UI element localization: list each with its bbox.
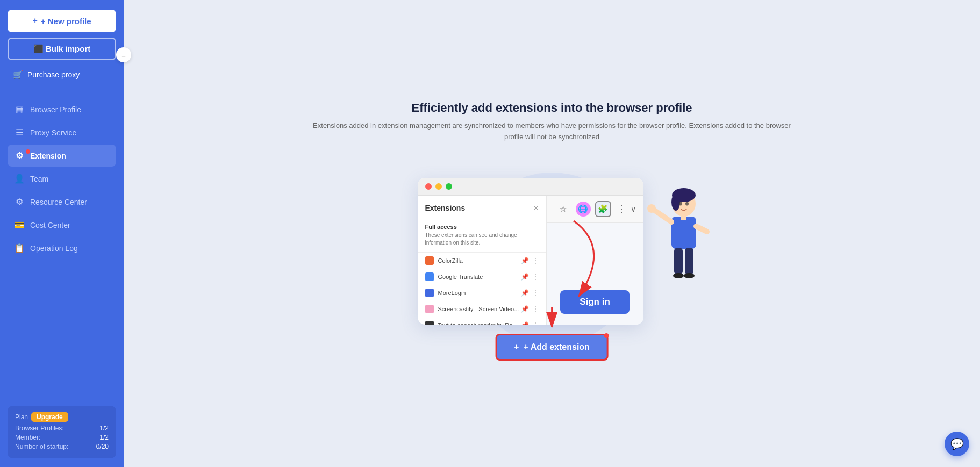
bulk-import-button[interactable]: ⬛ Bulk import <box>8 38 116 60</box>
cost-center-icon: 💳 <box>14 220 25 230</box>
sidebar-item-operation-log[interactable]: 📋 Operation Log <box>8 237 116 259</box>
pin-icon: 📌 <box>521 289 529 297</box>
member-value: 1/2 <box>99 434 109 441</box>
sidebar-item-cost-center[interactable]: 💳 Cost Center <box>8 214 116 236</box>
sidebar-item-resource-center[interactable]: ⚙ Resource Center <box>8 191 116 213</box>
colorzilla-icon <box>425 256 434 265</box>
sidebar-item-label: Operation Log <box>30 244 78 253</box>
add-extension-badge <box>604 333 609 338</box>
plus-icon: + <box>514 342 519 352</box>
plan-row: Plan Upgrade <box>15 412 109 422</box>
browser-titlebar <box>418 178 643 196</box>
pin-icon: 📌 <box>521 257 529 264</box>
startup-label: Number of startup: <box>15 443 68 450</box>
toolbar-more-icon[interactable]: ⋮ <box>617 203 626 215</box>
sidebar-item-browser-profile[interactable]: ▦ Browser Profile <box>8 98 116 120</box>
sidebar-item-extension[interactable]: ⚙ Extension <box>8 145 116 167</box>
operation-log-icon: 📋 <box>14 243 25 253</box>
dot-green <box>446 183 452 190</box>
toolbar-dropdown-icon[interactable]: ∨ <box>631 205 636 213</box>
dot-red <box>425 183 432 190</box>
add-extension-button[interactable]: + + Add extension <box>495 334 609 361</box>
sidebar-item-label: Resource Center <box>30 198 87 206</box>
team-icon: 👤 <box>14 174 25 184</box>
sidebar-item-label: Cost Center <box>30 221 70 229</box>
chat-bubble-button[interactable]: 💬 <box>945 432 969 456</box>
sidebar: + + New profile ⬛ Bulk import 🛒 Purchase… <box>0 0 124 467</box>
bulk-import-label: ⬛ Bulk import <box>33 44 91 54</box>
full-access-title: Full access <box>425 224 539 230</box>
page-subtitle: Extensions added in extension management… <box>310 120 794 143</box>
page-title: Efficiently add extensions into the brow… <box>412 101 692 115</box>
extension-icon: ⚙ <box>14 150 25 161</box>
proxy-service-icon: ☰ <box>14 127 25 138</box>
browser-mockup: Extensions × Full access These extension… <box>418 178 643 325</box>
ext-name: MoreLogin <box>438 290 521 296</box>
extensions-panel: Extensions × Full access These extension… <box>418 196 547 325</box>
startup-value: 0/20 <box>96 443 109 450</box>
ext-item-google-translate: Google Translate 📌 ⋮ <box>418 269 546 285</box>
svg-rect-8 <box>674 248 683 275</box>
sidebar-item-proxy-service[interactable]: ☰ Proxy Service <box>8 121 116 143</box>
new-profile-label: + New profile <box>41 17 91 26</box>
ext-item-screencastify: Screencastify - Screen Video... 📌 ⋮ <box>418 301 546 317</box>
svg-line-7 <box>696 226 707 232</box>
extension-badge <box>26 149 30 154</box>
cart-icon: 🛒 <box>13 70 23 80</box>
morelogin-icon <box>425 289 434 297</box>
new-profile-button[interactable]: + + New profile <box>8 10 116 32</box>
full-access-desc: These extensions can see and change info… <box>425 232 539 247</box>
ext-name: ColorZilla <box>438 257 521 264</box>
svg-point-12 <box>679 202 682 206</box>
translate-icon[interactable]: 🌐 <box>576 202 591 217</box>
svg-rect-4 <box>681 213 686 220</box>
sidebar-item-label: Browser Profile <box>30 105 81 114</box>
more-icon: ⋮ <box>532 257 539 264</box>
member-label: Member: <box>15 434 40 441</box>
more-icon: ⋮ <box>532 289 539 297</box>
tts-icon <box>425 321 434 325</box>
browser-profiles-label: Browser Profiles: <box>15 425 64 432</box>
add-extension-container: + + Add extension <box>495 334 609 361</box>
google-translate-icon <box>425 272 434 281</box>
screencastify-icon <box>425 305 434 313</box>
upgrade-button[interactable]: Upgrade <box>31 412 68 422</box>
plan-label: Plan <box>15 413 28 421</box>
svg-point-11 <box>684 273 695 278</box>
browser-profiles-value: 1/2 <box>99 425 109 432</box>
svg-point-13 <box>685 202 689 206</box>
plan-box: Plan Upgrade Browser Profiles: 1/2 Membe… <box>8 406 116 458</box>
svg-rect-9 <box>685 248 693 275</box>
puzzle-icon[interactable]: 🧩 <box>595 201 611 217</box>
startup-row: Number of startup: 0/20 <box>15 443 109 450</box>
down-arrow-svg <box>536 304 568 331</box>
toolbar-bar: ☆ 🌐 🧩 ⋮ ∨ <box>547 196 643 223</box>
ext-item-morelogin: MoreLogin 📌 ⋮ <box>418 285 546 301</box>
ext-full-access: Full access These extensions can see and… <box>418 218 546 253</box>
sidebar-item-label: Extension <box>30 152 66 160</box>
svg-rect-3 <box>671 217 696 249</box>
svg-point-6 <box>647 204 656 213</box>
collapse-handle[interactable]: ≡ <box>116 47 131 62</box>
ext-name: Screencastify - Screen Video... <box>438 306 521 312</box>
purchase-proxy-item[interactable]: 🛒 Purchase proxy <box>8 66 116 84</box>
more-icon: ⋮ <box>532 273 539 281</box>
browser-profiles-row: Browser Profiles: 1/2 <box>15 425 109 432</box>
purchase-proxy-label: Purchase proxy <box>27 70 80 79</box>
browser-content: Extensions × Full access These extension… <box>418 196 643 325</box>
main-content: Efficiently add extensions into the brow… <box>124 0 980 467</box>
plus-icon: + <box>32 16 37 26</box>
ext-item-tts: Text-to-speech reader by Re... 📌 ⋮ <box>418 317 546 325</box>
member-row: Member: 1/2 <box>15 434 109 441</box>
ext-name: Google Translate <box>438 274 521 280</box>
pin-icon: 📌 <box>521 273 529 281</box>
ext-item-colorzilla: ColorZilla 📌 ⋮ <box>418 253 546 269</box>
chat-bubble-icon: 💬 <box>950 437 964 450</box>
sidebar-item-team[interactable]: 👤 Team <box>8 168 116 190</box>
signin-button[interactable]: Sign in <box>560 290 630 314</box>
ext-close-button[interactable]: × <box>534 203 539 212</box>
svg-point-10 <box>673 273 684 278</box>
star-icon[interactable]: ☆ <box>555 201 571 217</box>
svg-line-5 <box>654 210 671 222</box>
svg-point-2 <box>671 193 680 211</box>
